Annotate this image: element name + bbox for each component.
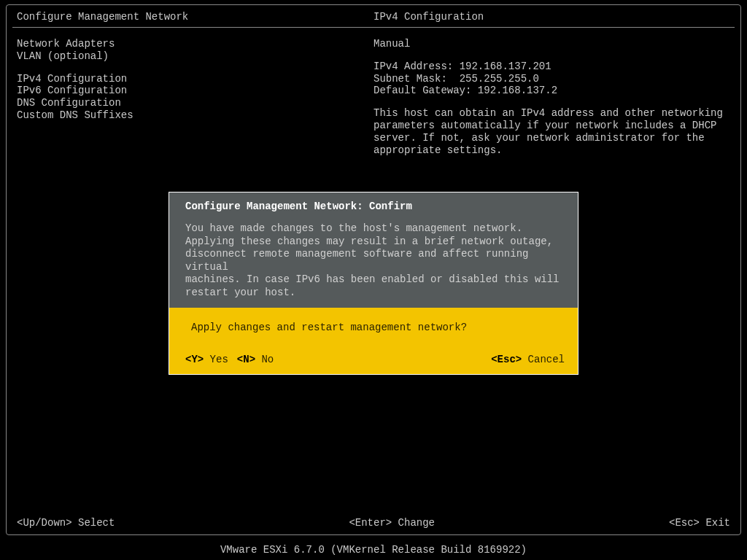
- no-label: No: [255, 354, 274, 365]
- yes-hotkey: <Y>: [185, 354, 204, 365]
- menu-item-dns-config[interactable]: DNS Configuration: [17, 97, 374, 109]
- dialog-actions: <Y> Yes <N> No <Esc> Cancel: [185, 354, 565, 365]
- subnet-mask-label: Subnet Mask:: [374, 73, 460, 85]
- menu-group-1: Network Adapters VLAN (optional): [17, 38, 374, 63]
- dialog-actions-left: <Y> Yes <N> No: [185, 354, 274, 365]
- help-row: <Up/Down> Select <Enter> Change <Esc> Ex…: [17, 517, 730, 529]
- yes-action[interactable]: <Y> Yes: [185, 354, 228, 365]
- dialog-body: You have made changes to the host's mana…: [185, 222, 565, 299]
- ipv4-address-value: 192.168.137.201: [460, 61, 551, 72]
- gateway-value: 192.168.137.2: [478, 85, 557, 96]
- no-hotkey: <N>: [237, 354, 255, 365]
- subnet-mask-value: 255.255.255.0: [460, 73, 539, 85]
- right-description: This host can obtain an IPv4 address and…: [374, 107, 730, 156]
- menu-item-ipv6-config[interactable]: IPv6 Configuration: [17, 85, 374, 97]
- right-ip-block: IPv4 Address: 192.168.137.201 Subnet Mas…: [374, 61, 730, 97]
- dialog-top: Configure Management Network: Confirm Yo…: [169, 192, 578, 308]
- right-panel: Manual IPv4 Address: 192.168.137.201 Sub…: [374, 38, 730, 156]
- right-subnet-line: Subnet Mask: 255.255.255.0: [374, 73, 730, 85]
- help-enter-change: <Enter> Change: [349, 517, 435, 529]
- header-right-title: IPv4 Configuration: [374, 11, 730, 23]
- confirm-dialog: Configure Management Network: Confirm Yo…: [169, 192, 578, 375]
- header-row: Configure Management Network IPv4 Config…: [7, 5, 740, 27]
- help-updown-select: <Up/Down> Select: [17, 517, 115, 529]
- help-esc-exit: <Esc> Exit: [669, 517, 730, 529]
- header-left-title: Configure Management Network: [17, 11, 374, 23]
- cancel-label: Cancel: [522, 354, 565, 365]
- gateway-label: Default Gateway:: [374, 85, 478, 96]
- dialog-question: Apply changes and restart management net…: [185, 322, 565, 333]
- menu-item-network-adapters[interactable]: Network Adapters: [17, 38, 374, 50]
- right-gateway-line: Default Gateway: 192.168.137.2: [374, 85, 730, 97]
- menu-item-custom-dns-suffixes[interactable]: Custom DNS Suffixes: [17, 109, 374, 122]
- right-ipv4-line: IPv4 Address: 192.168.137.201: [374, 61, 730, 73]
- menu-item-ipv4-config[interactable]: IPv4 Configuration: [17, 73, 374, 85]
- left-menu: Network Adapters VLAN (optional) IPv4 Co…: [17, 38, 374, 156]
- content-row: Network Adapters VLAN (optional) IPv4 Co…: [7, 28, 740, 156]
- ipv4-address-label: IPv4 Address:: [374, 61, 460, 72]
- yes-label: Yes: [204, 354, 228, 365]
- right-mode-value: Manual: [374, 38, 730, 50]
- menu-group-2: IPv4 Configuration IPv6 Configuration DN…: [17, 73, 374, 122]
- dialog-title: Configure Management Network: Confirm: [185, 201, 565, 212]
- menu-item-vlan[interactable]: VLAN (optional): [17, 50, 374, 63]
- right-mode: Manual: [374, 38, 730, 50]
- cancel-action[interactable]: <Esc> Cancel: [491, 354, 565, 365]
- status-bar: VMware ESXi 6.7.0 (VMKernel Release Buil…: [0, 541, 747, 560]
- dialog-bottom: Apply changes and restart management net…: [169, 308, 578, 374]
- no-action[interactable]: <N> No: [237, 354, 274, 365]
- cancel-hotkey: <Esc>: [491, 354, 522, 365]
